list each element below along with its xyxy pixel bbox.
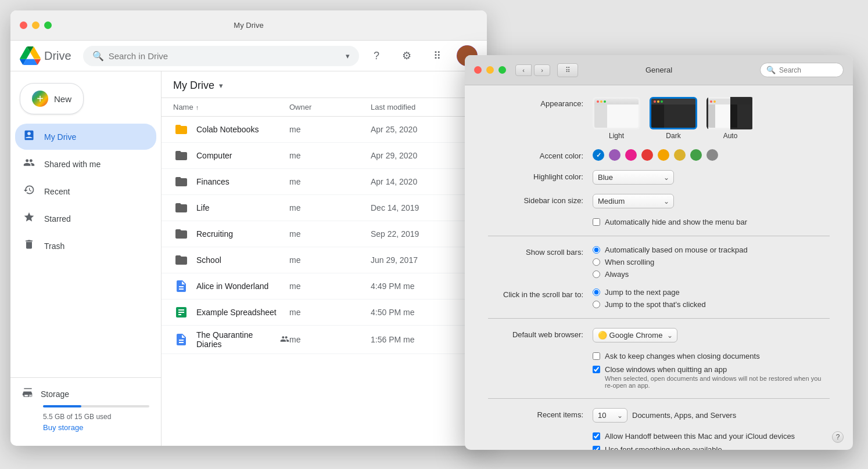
file-row[interactable]: Example Spreadsheet me 4:50 PM me xyxy=(162,300,487,326)
click-scroll-next-radio[interactable] xyxy=(593,288,600,296)
file-row[interactable]: Colab Notebooks me Apr 25, 2020 xyxy=(162,117,487,143)
appearance-option-dark[interactable]: Dark xyxy=(650,97,697,140)
close-button[interactable] xyxy=(20,21,27,29)
font-smoothing-checkbox[interactable] xyxy=(593,446,600,450)
file-owner: me xyxy=(289,177,371,186)
syspref-nav: ‹ › ⠿ xyxy=(515,63,578,77)
settings-icon-button[interactable]: ⚙ xyxy=(396,45,417,66)
my-drive-dropdown-icon[interactable]: ▾ xyxy=(219,81,223,90)
drive-window: My Drive Drive 🔍 ▾ ? ⚙ ⠿ xyxy=(10,10,487,446)
file-modified: 1:56 PM me xyxy=(371,335,475,344)
syspref-search-input[interactable] xyxy=(779,66,837,74)
sidebar-item-trash[interactable]: Trash xyxy=(15,233,156,259)
accent-orange[interactable] xyxy=(658,149,669,161)
drive-body: + New My Drive Shared with me xyxy=(10,71,487,446)
drive-main: My Drive ▾ Name ↑ Owner Last modified xyxy=(162,71,487,446)
file-row[interactable]: Computer me Apr 29, 2020 xyxy=(162,143,487,169)
syspref-minimize-button[interactable] xyxy=(486,66,494,74)
file-modified: Jun 29, 2017 xyxy=(371,255,475,265)
highlight-color-wrap: Blue xyxy=(593,170,830,185)
close-on-quit-checkbox[interactable] xyxy=(593,352,600,360)
recent-items-control: 10 Documents, Apps, and Servers xyxy=(593,408,830,423)
forward-button[interactable]: › xyxy=(534,64,550,76)
accent-graphite[interactable] xyxy=(706,149,718,161)
sidebar-icon-size-select[interactable]: Medium xyxy=(593,194,674,208)
minimize-button[interactable] xyxy=(32,21,40,29)
scroll-bars-row: Show scroll bars: Automatically based on… xyxy=(488,246,830,279)
accent-pink[interactable] xyxy=(625,149,637,161)
scroll-always-radio[interactable] xyxy=(593,270,600,278)
click-scroll-page-row: Jump to the next page xyxy=(593,288,830,297)
highlight-color-select[interactable]: Blue xyxy=(593,170,674,185)
scroll-scrolling-label: When scrolling xyxy=(605,258,654,266)
file-owner: me xyxy=(289,335,371,344)
drive-logo-text: Drive xyxy=(44,49,71,63)
appearance-auto-label: Auto xyxy=(723,132,738,140)
recent-items-count-select[interactable]: 10 xyxy=(593,408,627,423)
font-smoothing-label: Use font smoothing when available xyxy=(605,445,722,450)
search-dropdown-icon[interactable]: ▾ xyxy=(346,52,350,60)
accent-green[interactable] xyxy=(690,149,702,161)
doc-icon xyxy=(173,278,189,294)
apps-icon-button[interactable]: ⠿ xyxy=(426,45,447,66)
file-modified: 4:50 PM me xyxy=(371,308,475,317)
help-button[interactable]: ? xyxy=(832,431,844,443)
syspref-content: Appearance: xyxy=(465,85,853,450)
syspref-close-button[interactable] xyxy=(474,66,482,74)
folder-icon xyxy=(173,174,189,190)
accent-blue[interactable] xyxy=(593,149,604,161)
sidebar-item-recent[interactable]: Recent xyxy=(15,178,156,204)
scroll-auto-radio[interactable] xyxy=(593,246,600,254)
menu-bar-checkbox[interactable] xyxy=(593,218,600,226)
appearance-option-auto[interactable]: Auto xyxy=(706,97,754,140)
file-owner: me xyxy=(289,151,371,160)
close-on-quit-label: Ask to keep changes when closing documen… xyxy=(605,352,760,360)
file-row[interactable]: The Quarantine Diaries me 1:56 PM me xyxy=(162,326,487,354)
syspref-search[interactable]: 🔍 xyxy=(760,63,844,77)
handoff-checkbox[interactable] xyxy=(593,432,600,440)
column-name[interactable]: Name ↑ xyxy=(173,103,289,111)
sidebar-icon-size-label: Sidebar icon size: xyxy=(488,194,593,205)
search-bar[interactable]: 🔍 ▾ xyxy=(83,46,359,66)
syspref-window-controls xyxy=(474,66,506,74)
scroll-scrolling-radio[interactable] xyxy=(593,258,600,266)
sidebar-item-starred[interactable]: Starred xyxy=(15,205,156,232)
buy-storage-link[interactable]: Buy storage xyxy=(43,423,149,432)
syspref-search-icon: 🔍 xyxy=(766,66,776,74)
pref-divider-1 xyxy=(488,236,830,236)
accent-purple[interactable] xyxy=(609,149,620,161)
search-input[interactable] xyxy=(109,51,341,61)
new-button[interactable]: + New xyxy=(20,83,84,114)
sidebar-item-shared[interactable]: Shared with me xyxy=(15,151,156,177)
grid-view-button[interactable]: ⠿ xyxy=(557,63,578,77)
accent-color-control xyxy=(593,149,830,161)
file-name: Recruiting xyxy=(196,229,289,239)
default-browser-select[interactable]: 🟡 Google Chrome xyxy=(593,328,677,342)
file-name-text: Life xyxy=(196,203,210,212)
file-row[interactable]: Recruiting me Sep 22, 2019 xyxy=(162,221,487,247)
maximize-button[interactable] xyxy=(44,21,52,29)
file-row[interactable]: Alice in Wonderland me 4:49 PM me xyxy=(162,273,487,300)
sidebar-item-label-my-drive: My Drive xyxy=(44,132,76,142)
scroll-scrolling-row: When scrolling xyxy=(593,258,830,266)
accent-color-row: Accent color: xyxy=(488,149,830,161)
drive-titlebar: My Drive xyxy=(10,10,487,41)
close-windows-checkbox[interactable] xyxy=(593,366,600,373)
appearance-thumb-dark xyxy=(650,97,697,129)
sidebar-item-label-shared: Shared with me xyxy=(44,160,101,169)
accent-red[interactable] xyxy=(641,149,653,161)
back-button[interactable]: ‹ xyxy=(515,64,532,76)
accent-yellow[interactable] xyxy=(674,149,686,161)
file-row[interactable]: School me Jun 29, 2017 xyxy=(162,247,487,273)
click-scroll-spot-radio[interactable] xyxy=(593,301,600,308)
file-row[interactable]: Finances me Apr 14, 2020 xyxy=(162,169,487,195)
syspref-maximize-button[interactable] xyxy=(498,66,506,74)
file-row[interactable]: Life me Dec 14, 2019 xyxy=(162,195,487,221)
file-modified: Apr 14, 2020 xyxy=(371,177,475,186)
file-modified: Dec 14, 2019 xyxy=(371,203,475,212)
sidebar-item-label-recent: Recent xyxy=(44,187,70,196)
help-icon-button[interactable]: ? xyxy=(366,45,387,66)
appearance-option-light[interactable]: Light xyxy=(593,97,640,140)
sidebar-item-my-drive[interactable]: My Drive xyxy=(15,124,156,150)
scroll-bars-radio-group: Automatically based on mouse or trackpad… xyxy=(593,246,830,279)
